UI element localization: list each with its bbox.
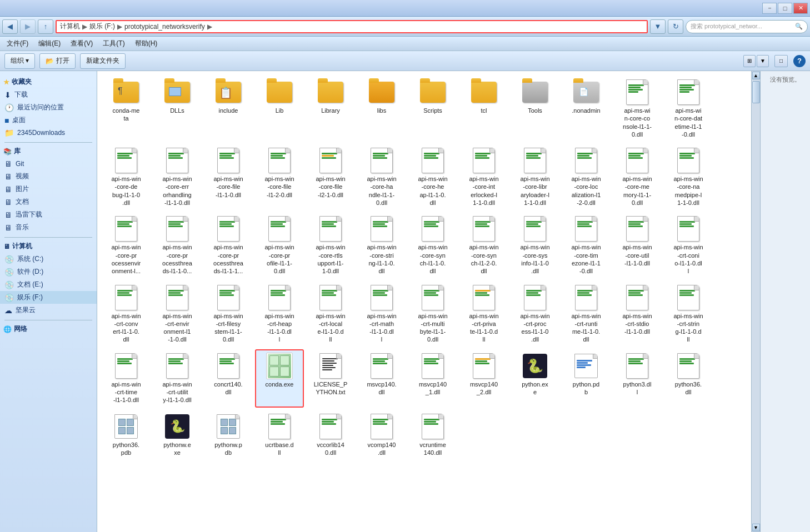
dll-math[interactable]: api-ms-win-crt-math-l1-1-0.dll xyxy=(357,281,406,347)
dll-file-l1-2[interactable]: api-ms-win-core-file-l1-2-0.dll xyxy=(255,144,304,210)
dll-concrt140[interactable]: concrt140.dll xyxy=(204,349,253,408)
scrollbar[interactable]: ▲ ▼ xyxy=(751,71,760,532)
dll-profile[interactable]: api-ms-win-core-profile-l1-1-0.dll xyxy=(255,212,304,278)
dll-convert[interactable]: api-ms-win-crt-convert-l1-1-0.dll xyxy=(102,281,151,347)
dll-python3[interactable]: python3.dll xyxy=(613,349,662,408)
dll-file-l1-1[interactable]: api-ms-win-core-file-l1-1-0.dll xyxy=(204,144,253,210)
dll-vcruntime140[interactable]: vcruntime140.dll xyxy=(408,410,457,460)
pdb-pythonw[interactable]: pythonw.pdb xyxy=(204,410,253,460)
help-button[interactable]: ? xyxy=(793,55,806,67)
minimize-button[interactable]: － xyxy=(762,3,777,14)
sidebar-item-d[interactable]: 💿 软件 (D:) xyxy=(0,265,97,278)
sidebar-item-e[interactable]: 💿 文档 (E:) xyxy=(0,278,97,291)
dll-processenvironment[interactable]: api-ms-win-core-processenvironment-l... xyxy=(102,212,151,278)
dll-debug[interactable]: api-ms-win-core-debug-l1-1-0.dll xyxy=(102,144,151,210)
txt-license[interactable]: LICENSE_PYTHON.txt xyxy=(306,349,355,408)
close-button[interactable]: ✕ xyxy=(793,3,808,14)
dll-heap[interactable]: api-ms-win-core-heap-l1-1-0.dll xyxy=(408,144,457,210)
forward-button[interactable]: ▶ xyxy=(20,19,36,34)
dll-string[interactable]: api-ms-win-core-string-l1-1-0.dll xyxy=(357,212,406,278)
dll-namedpipe[interactable]: api-ms-win-core-namedpipe-l1-1-0.dll xyxy=(664,144,713,210)
sidebar-item-downloads[interactable]: ⬇ 下载 xyxy=(0,88,97,101)
dll-string-crt[interactable]: api-ms-win-crt-string-l1-1-0.dll xyxy=(664,281,713,347)
dll-memory[interactable]: api-ms-win-core-memory-l1-1-0.dll xyxy=(613,144,662,210)
search-bar[interactable]: 搜索 prototypical_networ... 🔍 xyxy=(686,20,808,33)
dll-python36[interactable]: python36.dll xyxy=(664,349,713,408)
dll-interlocked[interactable]: api-ms-win-core-interlocked-l1-1-0.dll xyxy=(459,144,508,210)
computer-header[interactable]: 🖥 计算机 xyxy=(0,240,97,253)
folder-tools[interactable]: Tools xyxy=(511,76,559,142)
folder-dlls[interactable]: DLLs xyxy=(153,76,202,142)
breadcrumb-drive[interactable]: 娱乐 (F:) xyxy=(89,22,115,31)
dll-ucrtbase[interactable]: ucrtbase.dll xyxy=(255,410,304,460)
dll-heap-crt[interactable]: api-ms-win-crt-heap-l1-1-0.dll xyxy=(255,281,304,347)
dll-api-ms-win-core-console[interactable]: api-ms-win-core-console-l1-1-0.dll xyxy=(613,76,662,142)
sidebar-item-music[interactable]: 🖥 音乐 xyxy=(0,221,97,234)
folder-library[interactable]: Library xyxy=(306,76,355,142)
sidebar-item-desktop[interactable]: ■ 桌面 xyxy=(0,114,97,127)
dll-processthreads-2[interactable]: api-ms-win-core-processthreads-l1-1-1... xyxy=(204,212,253,278)
folder-nonadmin[interactable]: 📄 .nonadmin xyxy=(562,76,611,142)
dll-utility[interactable]: api-ms-win-crt-utility-l1-1-0.dll xyxy=(153,349,202,408)
dll-private[interactable]: api-ms-win-crt-private-l1-1-0.dll xyxy=(459,281,508,347)
dll-synch-l1-2[interactable]: api-ms-win-core-synch-l1-2-0.dll xyxy=(459,212,508,278)
sidebar-item-nuts[interactable]: ☁ 坚果云 xyxy=(0,304,97,317)
dll-msvcp140-2[interactable]: msvcp140_2.dll xyxy=(459,349,508,408)
folder-lib[interactable]: Lib xyxy=(255,76,304,142)
exe-conda[interactable]: conda.exe xyxy=(255,349,304,408)
breadcrumb[interactable]: 计算机 ▶ 娱乐 (F:) ▶ prototypical_networksver… xyxy=(56,20,648,33)
sidebar-item-c[interactable]: 💿 系统 (C:) xyxy=(0,253,97,265)
network-header[interactable]: 🌐 网络 xyxy=(0,323,97,335)
sidebar-item-f[interactable]: 💿 娱乐 (F:) xyxy=(0,291,97,304)
dll-localization[interactable]: api-ms-win-core-localization-l1-2-0.dll xyxy=(562,144,611,210)
dll-conio[interactable]: api-ms-win-crt-conio-l1-1-0.dll xyxy=(664,212,713,278)
exe-python[interactable]: 🐍 python.exe xyxy=(511,349,559,408)
open-button[interactable]: 📂 打开 xyxy=(39,53,76,69)
folder-conda-meta[interactable]: ¶ conda-meta xyxy=(102,76,151,142)
dll-util[interactable]: api-ms-win-core-util-l1-1-0.dll xyxy=(613,212,662,278)
sidebar-item-thunder[interactable]: 🖥 迅雷下载 xyxy=(0,208,97,221)
favorites-header[interactable]: ★ 收藏夹 xyxy=(0,76,97,88)
dll-stdio[interactable]: api-ms-win-crt-stdio-l1-1-0.dll xyxy=(613,281,662,347)
folder-tcl[interactable]: tcl xyxy=(459,76,508,142)
dll-sysinfo[interactable]: api-ms-win-core-sysinfo-l1-1-0.dll xyxy=(511,212,559,278)
menu-tools[interactable]: 工具(T) xyxy=(98,38,129,49)
dll-libraryloader[interactable]: api-ms-win-core-libraryloader-l1-1-0.dll xyxy=(511,144,559,210)
pdb-python[interactable]: python.pdb xyxy=(562,349,611,408)
breadcrumb-folder[interactable]: prototypical_networksverify xyxy=(124,23,205,31)
menu-edit[interactable]: 编辑(E) xyxy=(34,38,65,49)
dll-environment[interactable]: api-ms-win-crt-environment-l1-1-0.dll xyxy=(153,281,202,347)
dll-synch-l1-1[interactable]: api-ms-win-core-synch-l1-1-0.dll xyxy=(408,212,457,278)
dll-time[interactable]: api-ms-win-crt-time-l1-1-0.dll xyxy=(102,349,151,408)
sidebar-item-documents[interactable]: 🖥 文档 xyxy=(0,195,97,208)
dll-runtime[interactable]: api-ms-win-crt-runtime-l1-1-0.dll xyxy=(562,281,611,347)
view-icon-list[interactable]: □ xyxy=(774,55,788,67)
dll-processthreads-1[interactable]: api-ms-win-core-processthreads-l1-1-0... xyxy=(153,212,202,278)
dll-errorhandling[interactable]: api-ms-win-core-errorhandling-l1-1-0.dll xyxy=(153,144,202,210)
dll-api-ms-win-core-datetime[interactable]: api-ms-win-core-datetime-l1-1-0.dll xyxy=(664,76,713,142)
view-icon-dropdown[interactable]: ▼ xyxy=(757,55,769,67)
dll-handle[interactable]: api-ms-win-core-handle-l1-1-0.dll xyxy=(357,144,406,210)
dll-rtlsupport[interactable]: api-ms-win-core-rtlsupport-l1-1-0.dll xyxy=(306,212,355,278)
menu-help[interactable]: 帮助(H) xyxy=(131,38,162,49)
folder-include[interactable]: 📋 include xyxy=(204,76,253,142)
sidebar-item-pictures[interactable]: 🖥 图片 xyxy=(0,183,97,195)
refresh-button[interactable]: ↻ xyxy=(668,19,683,34)
sidebar-item-recent[interactable]: 🕐 最近访问的位置 xyxy=(0,101,97,114)
libraries-header[interactable]: 📚 库 xyxy=(0,145,97,158)
dll-locale[interactable]: api-ms-win-crt-locale-l1-1-0.dll xyxy=(306,281,355,347)
dll-vccorlib140[interactable]: vccorlib140.dll xyxy=(306,410,355,460)
dll-vcomp140[interactable]: vcomp140.dll xyxy=(357,410,406,460)
up-button[interactable]: ↑ xyxy=(38,19,53,34)
dll-file-l2-1[interactable]: api-ms-win-core-file-l2-1-0.dll xyxy=(306,144,355,210)
view-icon-grid[interactable]: ⊞ xyxy=(743,55,756,67)
pdb-python36[interactable]: python36.pdb xyxy=(102,410,151,460)
back-button[interactable]: ◀ xyxy=(2,19,18,34)
dll-msvcp140[interactable]: msvcp140.dll xyxy=(357,349,406,408)
file-area[interactable]: ¶ conda-meta DLLs 📋 xyxy=(97,71,751,532)
sidebar-item-git[interactable]: 🖥 Git xyxy=(0,158,97,170)
folder-scripts[interactable]: Scripts xyxy=(408,76,457,142)
folder-libs[interactable]: libs xyxy=(357,76,406,142)
dll-filesystem[interactable]: api-ms-win-crt-filesystem-l1-1-0.dll xyxy=(204,281,253,347)
dll-timezone[interactable]: api-ms-win-core-timezone-l1-1-0.dll xyxy=(562,212,611,278)
